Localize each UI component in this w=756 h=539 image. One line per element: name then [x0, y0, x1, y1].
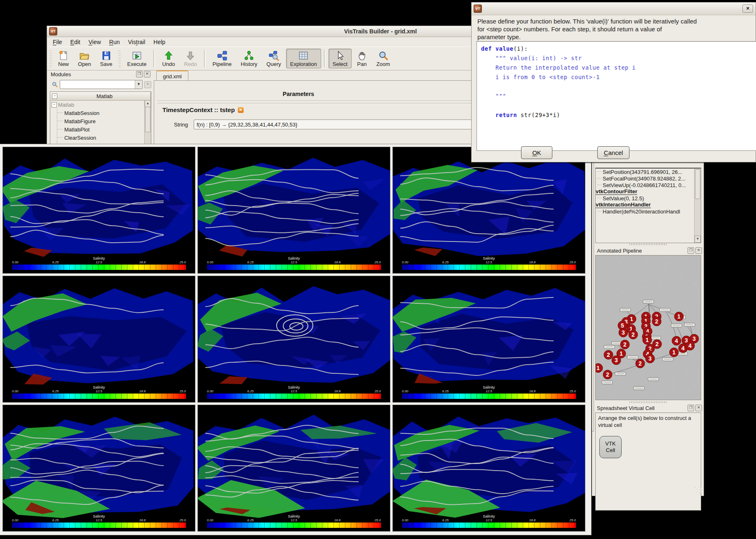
spreadsheet-cell-r3c1[interactable]: Salinity0.006.2512.518.825.0 — [3, 405, 195, 531]
spreadsheet-cell-r1c1[interactable]: Salinity0.006.2512.518.825.0 — [3, 147, 195, 273]
zoom-button[interactable]: Zoom — [372, 49, 394, 68]
colorbar-tick: 12.5 — [96, 260, 102, 264]
annotation-node[interactable]: 2 — [620, 340, 629, 349]
colorbar-tick: 0.00 — [12, 260, 19, 264]
code-line: """ value(i: int) -> str — [481, 54, 754, 63]
clear-search-icon[interactable]: ✕ — [144, 81, 151, 88]
module-group-matlab[interactable]: − Matlab — [50, 92, 151, 101]
history-button[interactable]: History — [237, 49, 261, 68]
colorbar-tick: 6.25 — [52, 518, 59, 522]
annotation-node[interactable]: 2 — [652, 317, 661, 326]
module-item-label: MatlabSession — [64, 110, 99, 116]
combo-dropdown-icon[interactable]: ▼ — [135, 80, 142, 89]
pan-button[interactable]: Pan — [352, 49, 371, 68]
exploration-label: Exploration — [290, 61, 317, 67]
desktop: VT VisTrails Builder - grid.xml FileEdit… — [0, 0, 756, 539]
close-icon[interactable]: ✕ — [742, 5, 753, 13]
svg-text:1: 1 — [596, 365, 600, 371]
scroll-up-icon[interactable]: ▲ — [145, 100, 151, 107]
module-search-input[interactable]: ▼ — [60, 80, 143, 89]
annotation-node[interactable]: 2 — [629, 330, 638, 339]
close-panel-icon[interactable]: ✕ — [695, 405, 702, 411]
ok-button[interactable]: OK — [521, 146, 552, 159]
module-item-matlabsession[interactable]: MatlabSession — [50, 109, 151, 117]
property-item[interactable]: SetValue(0, 12.5) — [596, 195, 701, 202]
vtk-cell-label-line1: VTK — [605, 441, 615, 447]
annotation-node[interactable]: 2 — [636, 359, 645, 368]
save-button[interactable]: Save — [96, 49, 117, 68]
svg-text:4: 4 — [688, 342, 692, 349]
spreadsheet-cell-r3c3[interactable]: Salinity0.006.2512.518.825.0 — [393, 405, 585, 531]
colorbar-gradient — [12, 523, 186, 528]
float-panel-icon[interactable]: ❐ — [688, 247, 694, 254]
float-panel-icon[interactable]: ❐ — [688, 405, 694, 411]
menu-edit[interactable]: Edit — [66, 38, 85, 46]
annotation-node[interactable]: 1 — [643, 335, 652, 344]
remove-parameter-icon[interactable]: ✕ — [238, 107, 244, 113]
spreadsheet-cell-r1c3[interactable]: Salinity0.006.2512.518.825.0 — [393, 147, 585, 273]
collapse-icon[interactable]: − — [52, 94, 57, 99]
spreadsheet-cell-r2c2[interactable]: Salinity0.006.2512.518.825.0 — [198, 276, 390, 402]
annotation-node[interactable]: 1 — [669, 348, 679, 357]
function-code-editor[interactable]: def value(i): """ value(i: int) -> str R… — [477, 41, 756, 151]
menu-file[interactable]: File — [49, 38, 66, 46]
splitter-handle[interactable] — [595, 243, 700, 246]
svg-text:2: 2 — [655, 341, 659, 347]
annotated-pipeline-canvas[interactable]: 13531211342122122432213212433441 — [595, 255, 701, 400]
annotation-node[interactable]: 4 — [686, 341, 695, 350]
property-item[interactable]: Handler(def%20interactionHandl — [596, 208, 701, 215]
redo-button[interactable]: Redo — [180, 49, 201, 68]
annotation-node[interactable]: 2 — [604, 350, 613, 359]
spreadsheet-cell-r2c1[interactable]: Salinity0.006.2512.518.825.0 — [3, 276, 195, 402]
vtk-cell-button[interactable]: VTK Cell — [599, 436, 622, 458]
annotation-node[interactable]: 1 — [596, 363, 603, 373]
property-item[interactable]: SetViewUp(-0.0248661740211, 0... — [596, 182, 701, 188]
scroll-thumb[interactable] — [695, 169, 700, 199]
module-item-matlabfigure[interactable]: MatlabFigure — [50, 117, 151, 125]
menu-vistrail[interactable]: Vistrail — [124, 38, 150, 46]
colorbar-title: Salinity — [402, 385, 576, 389]
splitter-handle[interactable] — [595, 401, 700, 404]
property-list-scrollbar[interactable]: ▼ — [694, 169, 701, 243]
colorbar-ticks: 0.006.2512.518.825.0 — [402, 260, 576, 264]
resize-grip[interactable] — [695, 487, 701, 493]
annotation-node[interactable]: 4 — [672, 336, 681, 345]
annotation-node[interactable]: 2 — [603, 370, 612, 379]
select-button[interactable]: Select — [329, 49, 352, 68]
vtk-property-list[interactable]: SetPosition(343791.696901, 26...SetFocal… — [595, 168, 701, 243]
menu-view[interactable]: View — [85, 38, 105, 46]
property-item[interactable]: vtkContourFilter — [596, 188, 701, 195]
parameter-value-input[interactable]: f(n) : [0,9) → {29,32,35,38,41,44,47,50,… — [194, 120, 483, 129]
expand-icon[interactable]: − — [52, 102, 57, 108]
spreadsheet-cell-r2c3[interactable]: Salinity0.006.2512.518.825.0 — [393, 276, 585, 402]
colorbar-tick: 12.5 — [486, 389, 492, 393]
execute-button[interactable]: Execute — [123, 49, 150, 68]
close-panel-icon[interactable]: ✕ — [695, 247, 702, 254]
tab-grid-xml[interactable]: grid.xml — [156, 70, 188, 81]
module-item-matlabplot[interactable]: MatlabPlot — [50, 125, 151, 134]
query-button[interactable]: Query — [262, 49, 285, 68]
module-item-clearsession[interactable]: ClearSession — [50, 134, 151, 142]
pipeline-button[interactable]: Pipeline — [209, 49, 236, 68]
open-button[interactable]: Open — [74, 49, 95, 68]
property-item[interactable]: SetPosition(343791.696901, 26... — [596, 169, 701, 175]
spreadsheet-cell-r1c2[interactable]: Salinity0.006.2512.518.825.0 — [198, 147, 390, 273]
exploration-button[interactable]: Exploration — [286, 49, 321, 68]
menu-help[interactable]: Help — [149, 38, 169, 46]
menu-run[interactable]: Run — [105, 38, 124, 46]
dialog-titlebar[interactable]: VT ✕ — [472, 2, 756, 15]
scroll-thumb[interactable] — [145, 107, 150, 132]
float-panel-icon[interactable]: ❐ — [136, 71, 143, 77]
annotation-node[interactable]: 3 — [612, 356, 621, 365]
spreadsheet-cell-r3c2[interactable]: Salinity0.006.2512.518.825.0 — [198, 405, 390, 531]
module-tree-root[interactable]: −Matlab — [50, 101, 151, 109]
new-button[interactable]: New — [54, 49, 73, 68]
undo-button[interactable]: Undo — [158, 49, 179, 68]
cancel-button[interactable]: Cancel — [597, 146, 629, 159]
annotation-node[interactable]: 3 — [646, 354, 655, 363]
scroll-down-icon[interactable]: ▼ — [695, 236, 701, 243]
close-panel-icon[interactable]: ✕ — [144, 71, 150, 77]
property-item[interactable]: vtkInteractionHandler — [596, 202, 701, 208]
annotation-node[interactable]: 1 — [674, 312, 683, 321]
property-item[interactable]: SetFocalPoint(349078.924882, 2... — [596, 175, 701, 182]
